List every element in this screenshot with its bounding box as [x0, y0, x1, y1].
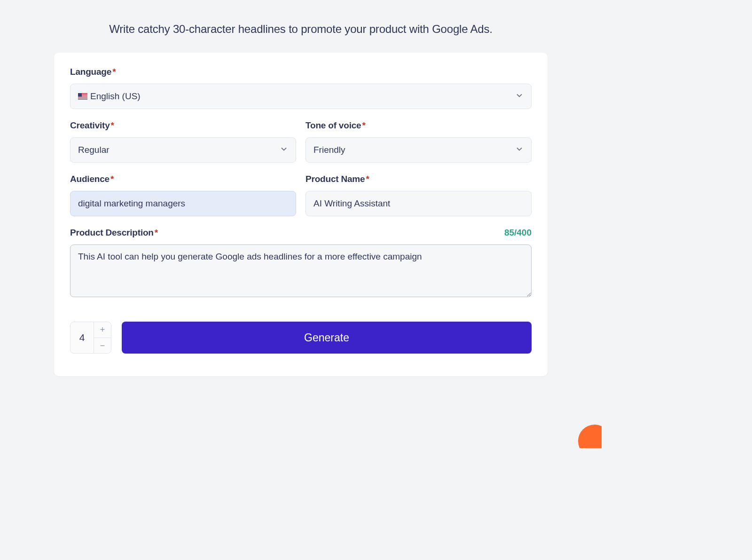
- generate-button[interactable]: Generate: [122, 322, 532, 354]
- svg-rect-7: [78, 93, 82, 97]
- tone-select-wrapper: Friendly: [306, 137, 532, 163]
- product-name-input[interactable]: [306, 191, 532, 216]
- corner-badge: [578, 425, 602, 448]
- creativity-group: Creativity* Regular: [70, 120, 296, 163]
- tone-label-text: Tone of voice: [306, 120, 361, 130]
- product-name-group: Product Name*: [306, 174, 532, 216]
- creativity-label-text: Creativity: [70, 120, 110, 130]
- plus-icon: +: [100, 325, 105, 334]
- audience-label: Audience*: [70, 174, 296, 184]
- quantity-increment[interactable]: +: [94, 322, 111, 338]
- audience-group: Audience*: [70, 174, 296, 216]
- required-asterisk: *: [110, 174, 114, 184]
- quantity-stepper: 4 + −: [70, 322, 111, 354]
- tone-select[interactable]: Friendly: [306, 137, 532, 163]
- quantity-decrement[interactable]: −: [94, 338, 111, 354]
- audience-input[interactable]: [70, 191, 296, 216]
- char-count: 85/400: [504, 228, 532, 238]
- description-header: Product Description* 85/400: [70, 228, 532, 238]
- product-description-group: Product Description* 85/400: [70, 228, 532, 299]
- svg-rect-4: [78, 97, 87, 97]
- required-asterisk: *: [111, 120, 114, 130]
- required-asterisk: *: [155, 228, 158, 237]
- required-asterisk: *: [366, 174, 369, 184]
- tone-group: Tone of voice* Friendly: [306, 120, 532, 163]
- action-row: 4 + − Generate: [70, 322, 532, 354]
- product-name-label: Product Name*: [306, 174, 532, 184]
- required-asterisk: *: [362, 120, 365, 130]
- language-select-wrapper: English (US): [70, 84, 532, 109]
- quantity-value: 4: [70, 322, 94, 353]
- svg-rect-6: [78, 99, 87, 99]
- creativity-select-wrapper: Regular: [70, 137, 296, 163]
- creativity-label: Creativity*: [70, 120, 296, 131]
- stepper-buttons: + −: [94, 322, 111, 353]
- creativity-value: Regular: [78, 145, 110, 155]
- language-label-text: Language: [70, 67, 111, 77]
- svg-rect-5: [78, 98, 87, 98]
- minus-icon: −: [100, 341, 105, 350]
- form-card: Language* English (US): [54, 53, 548, 376]
- language-value: English (US): [90, 91, 141, 102]
- language-label: Language*: [70, 67, 532, 77]
- us-flag-icon: [78, 93, 87, 100]
- creativity-select[interactable]: Regular: [70, 137, 296, 163]
- tone-label: Tone of voice*: [306, 120, 532, 131]
- page-description: Write catchy 30-character headlines to p…: [0, 0, 602, 38]
- required-asterisk: *: [112, 67, 116, 77]
- product-name-label-text: Product Name: [306, 174, 365, 184]
- language-select[interactable]: English (US): [70, 84, 532, 109]
- tone-value: Friendly: [313, 145, 345, 155]
- product-description-textarea[interactable]: [70, 245, 532, 297]
- product-description-label-text: Product Description: [70, 228, 154, 237]
- language-group: Language* English (US): [70, 67, 532, 109]
- product-description-label: Product Description*: [70, 228, 158, 238]
- audience-label-text: Audience: [70, 174, 110, 184]
